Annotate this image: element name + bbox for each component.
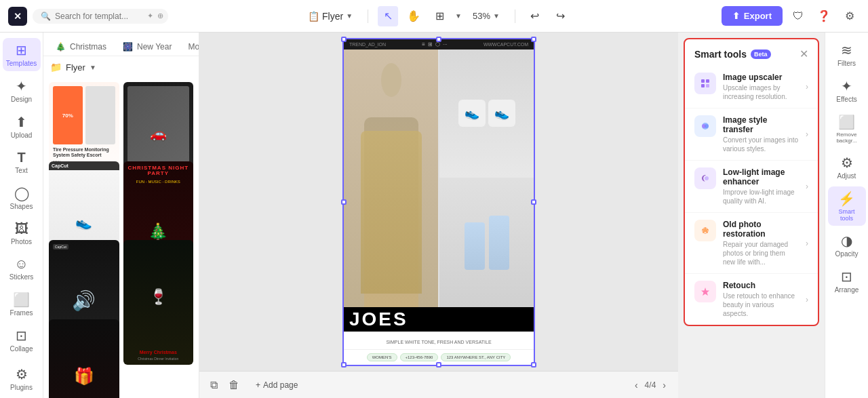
sidebar-text-label: Text [15, 167, 27, 174]
sidebar-item-collage[interactable]: ⊡ Collage [3, 323, 41, 357]
settings-icon-btn[interactable]: ⚙ [840, 6, 860, 26]
template-card-xmas-dinner[interactable]: 🍷 Merry Christmas Christmas Dinner Invit… [123, 240, 194, 365]
select-tool-button[interactable]: ↖ [378, 6, 398, 26]
right-sidebar-item-arrange[interactable]: ⊡ Arrange [828, 264, 866, 298]
prev-page-button[interactable]: ‹ [631, 378, 642, 392]
smart-tools-title: Smart tools Beta [694, 49, 771, 60]
sidebar-item-templates[interactable]: ⊞ Templates [3, 38, 41, 71]
zoom-control[interactable]: 53% ▼ [467, 8, 505, 24]
canvas-pill-phone: +123-456-7890 [400, 353, 439, 361]
stickers-icon: ☺ [14, 256, 28, 272]
next-page-button[interactable]: › [658, 378, 670, 392]
smart-tool-item-style[interactable]: Image style transfer Convert your images… [685, 108, 818, 161]
smart-tools-header: Smart tools Beta ✕ [685, 39, 818, 66]
sidebar-design-label: Design [11, 96, 32, 103]
style-transfer-icon [694, 115, 716, 137]
canvas-wrapper[interactable]: TREND_AD_ION ≡ ⊞ ⬡ ··· WWWCAPCUT.COM [199, 33, 678, 371]
canvas-title-bar: JOES [344, 307, 534, 332]
beta-badge: Beta [751, 49, 771, 59]
smart-tool-item-retouch[interactable]: Retouch Use retouch to enhance beauty in… [685, 274, 818, 325]
panel-resize-handle[interactable] [199, 33, 203, 398]
svg-rect-2 [701, 84, 705, 87]
oldphoto-desc: Repair your damaged photos or bring them… [723, 240, 799, 266]
oldphoto-name: Old photo restoration [723, 220, 799, 239]
logo-button[interactable]: ✕ [8, 7, 27, 26]
folder-icon: 📁 [50, 62, 62, 73]
collage-icon: ⊡ [16, 327, 27, 344]
lowlight-name: Low-light image enhancer [723, 167, 799, 186]
smart-tool-item-lowlight[interactable]: Low-light image enhancer Improve low-lig… [685, 161, 818, 213]
smart-tool-item-oldphoto[interactable]: Old photo restoration Repair your damage… [685, 213, 818, 274]
canvas-site-left: TREND_AD_ION [349, 42, 386, 47]
search-bar[interactable]: 🔍 ✦ ⊕ [33, 9, 168, 24]
smart-tools-close-button[interactable]: ✕ [800, 47, 808, 60]
tab-more[interactable]: More [181, 38, 199, 56]
upscaler-name: Image upscaler [723, 73, 799, 82]
text-icon: T [17, 150, 25, 165]
shield-icon-btn[interactable]: 🛡 [788, 6, 808, 26]
search-input[interactable] [55, 12, 143, 21]
right-sidebar-item-filters[interactable]: ≋ Filters [828, 38, 866, 71]
document-icon: 📋 [308, 11, 319, 22]
sidebar-item-frames[interactable]: ⬜ Frames [3, 287, 41, 321]
folder-label: Flyer [66, 62, 85, 73]
smart-tools-panel: Smart tools Beta ✕ Image upscaler [684, 38, 819, 326]
topbar: ✕ 🔍 ✦ ⊕ 📋 Flyer ▼ ↖ ✋ ⊞ ▼ 53% ▼ ↩ ↪ ⬆ Ex… [0, 0, 868, 33]
right-sidebar-item-adjust[interactable]: ⚙ Adjust [828, 151, 866, 184]
sidebar-item-upload[interactable]: ⬆ Upload [3, 110, 41, 143]
sidebar-item-photos[interactable]: 🖼 Photos [3, 217, 41, 250]
sidebar-item-design[interactable]: ✦ Design [3, 74, 41, 107]
document-type[interactable]: 📋 Flyer ▼ [302, 8, 358, 24]
retouch-desc: Use retouch to enhance beauty in various… [723, 292, 799, 318]
sidebar-item-text[interactable]: T Text [3, 146, 41, 178]
sidebar-stickers-label: Stickers [9, 273, 34, 281]
removebg-icon: ⬜ [838, 114, 855, 130]
style-desc: Convert your images into various styles. [723, 136, 799, 153]
sidebar-item-plugins[interactable]: ⚙ Plugins [3, 362, 41, 395]
undo-button[interactable]: ↩ [525, 6, 545, 26]
template-xmas-dinner-sub: Christmas Dinner Invitation [138, 357, 178, 361]
upscaler-arrow-icon: › [806, 82, 808, 92]
svg-rect-3 [706, 84, 709, 87]
smart-tool-item-upscaler[interactable]: Image upscaler Upscale images by increas… [685, 66, 818, 108]
duplicate-page-button[interactable]: ⧉ [208, 376, 220, 394]
lowlight-desc: Improve low-light image quality with AI. [723, 188, 799, 205]
removebg-label: Remove backgr... [833, 132, 861, 144]
christmas-tab-icon: 🎄 [56, 42, 66, 52]
canvas-img-top-right: 👟 👟 [439, 49, 534, 178]
export-button[interactable]: ⬆ Export [722, 6, 783, 26]
right-sidebar-item-opacity[interactable]: ◑ Opacity [828, 228, 866, 262]
tab-newyear[interactable]: 🎆 New Year [116, 38, 178, 56]
sidebar-item-stickers[interactable]: ☺ Stickers [3, 252, 41, 285]
template-card-xmas-script[interactable]: 🎁 Christmas Dinner Invitation [49, 319, 119, 399]
topbar-right: ⬆ Export 🛡 ❓ ⚙ [722, 6, 860, 26]
search-icon: 🔍 [41, 12, 51, 21]
redo-button[interactable]: ↪ [551, 6, 571, 26]
canvas-site-right: WWWCAPCUT.COM [484, 42, 528, 47]
add-page-button[interactable]: + Add page [250, 378, 303, 393]
right-sidebar-item-removebg[interactable]: ⬜ Remove backgr... [828, 110, 866, 148]
canvas: TREND_AD_ION ≡ ⊞ ⬡ ··· WWWCAPCUT.COM [344, 39, 534, 365]
more-tab-label: More [188, 42, 199, 52]
adjust-label: Adjust [837, 172, 856, 180]
export-icon: ⬆ [732, 11, 740, 21]
smarttools-label: Smart tools [833, 208, 861, 222]
document-type-label: Flyer [322, 11, 343, 22]
right-sidebar-item-smarttools[interactable]: ⚡ Smart tools [828, 186, 866, 226]
retouch-name: Retouch [723, 281, 799, 290]
sidebar-item-shapes[interactable]: ◯ Shapes [3, 181, 41, 214]
delete-page-button[interactable]: 🗑 [226, 376, 242, 394]
smarttools-icon: ⚡ [838, 191, 855, 207]
tab-christmas[interactable]: 🎄 Christmas [49, 38, 113, 56]
main-layout: ⊞ Templates ✦ Design ⬆ Upload T Text ◯ S… [0, 33, 868, 398]
adjust-icon: ⚙ [841, 155, 853, 171]
canvas-top-bar: TREND_AD_ION ≡ ⊞ ⬡ ··· WWWCAPCUT.COM [344, 39, 534, 49]
logo-icon: ✕ [14, 11, 22, 22]
hand-tool-button[interactable]: ✋ [403, 6, 424, 26]
help-icon-btn[interactable]: ❓ [814, 6, 834, 26]
add-page-icon: + [256, 380, 260, 390]
canvas-right-col: 👟 👟 [439, 49, 534, 307]
right-sidebar-item-effects[interactable]: ✦ Effects [828, 74, 866, 107]
arrange-icon: ⊡ [841, 268, 852, 285]
layout-tool-button[interactable]: ⊞ [429, 6, 450, 26]
